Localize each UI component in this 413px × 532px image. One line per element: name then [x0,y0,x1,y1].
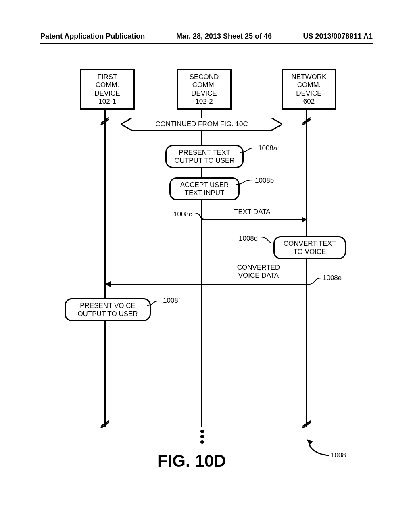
msg-converted-voice: CONVERTED VOICE DATA [232,264,285,280]
actor-ref: 102-1 [83,98,131,106]
actor-line: DEVICE [83,89,131,98]
msg-line: VOICE DATA [232,272,285,280]
step-convert-voice: CONVERT TEXT TO VOICE [273,236,346,259]
leader-line [194,213,204,219]
sequence-diagram: FIRST COMM. DEVICE 102-1 SECOND COMM. DE… [52,69,367,492]
leader-line [240,148,257,153]
lifeline-break-icon [302,116,311,125]
lifeline-break-icon [100,116,110,125]
header-center: Mar. 28, 2013 Sheet 25 of 46 [176,32,272,41]
leader-line [307,439,329,457]
arrow-head-icon [105,281,111,287]
actor-first-device: FIRST COMM. DEVICE 102-1 [80,69,135,110]
continued-text: CONTINUED FROM FIG. 10C [121,120,282,128]
leader-line [307,278,321,286]
step-present-voice: PRESENT VOICE OUTPUT TO USER [65,298,151,321]
ellipsis-icon [200,428,204,445]
msg-line: CONVERTED [232,264,285,272]
figure-number: 1008 [331,451,346,459]
actor-line: COMM. [285,81,333,89]
page-header: Patent Application Publication Mar. 28, … [40,32,373,41]
actor-line: DEVICE [285,89,333,98]
ref-1008b: 1008b [255,177,274,185]
arrow-converted-voice [111,284,307,285]
actor-line: COMM. [83,81,131,89]
actor-line: COMM. [180,81,228,89]
continued-banner: CONTINUED FROM FIG. 10C [121,118,282,131]
ref-1008f: 1008f [163,297,180,305]
ref-1008a: 1008a [258,144,277,152]
step-line: OUTPUT TO USER [172,157,237,165]
step-line: CONVERT TEXT [280,240,339,248]
header-left: Patent Application Publication [40,32,145,41]
step-line: PRESENT TEXT [172,149,237,157]
step-line: OUTPUT TO USER [71,310,144,318]
lifeline-break-icon [100,419,110,428]
step-line: PRESENT VOICE [71,302,144,310]
actor-line: FIRST [83,73,131,81]
step-line: TEXT INPUT [176,189,233,197]
header-rule [40,43,373,44]
step-present-text: PRESENT TEXT OUTPUT TO USER [165,145,244,168]
actor-line: DEVICE [180,89,228,98]
arrow-head-icon [302,217,307,222]
page: Patent Application Publication Mar. 28, … [0,0,413,532]
actor-line: NETWORK [285,73,333,81]
actor-ref: 102-2 [180,98,228,106]
arrow-text-data [202,219,302,220]
leader-line [236,180,253,185]
ref-1008c: 1008c [173,210,192,218]
step-line: TO VOICE [280,248,339,256]
step-accept-text: ACCEPT USER TEXT INPUT [169,177,240,200]
actor-ref: 602 [285,98,333,106]
ref-1008d: 1008d [239,235,258,243]
actor-second-device: SECOND COMM. DEVICE 102-2 [177,69,232,110]
actor-network-device: NETWORK COMM. DEVICE 602 [282,69,336,110]
leader-line [261,237,274,243]
leader-line [147,301,161,306]
step-line: ACCEPT USER [176,181,233,189]
figure-caption: FIG. 10D [157,451,226,471]
header-right: US 2013/0078911 A1 [303,32,373,41]
actor-line: SECOND [180,73,228,81]
lifeline-network [306,109,307,427]
lifeline-break-icon [302,419,311,428]
msg-text-data: TEXT DATA [234,208,271,216]
svg-marker-9 [307,439,313,445]
lifeline-first [104,109,106,427]
ref-1008e: 1008e [323,274,342,282]
